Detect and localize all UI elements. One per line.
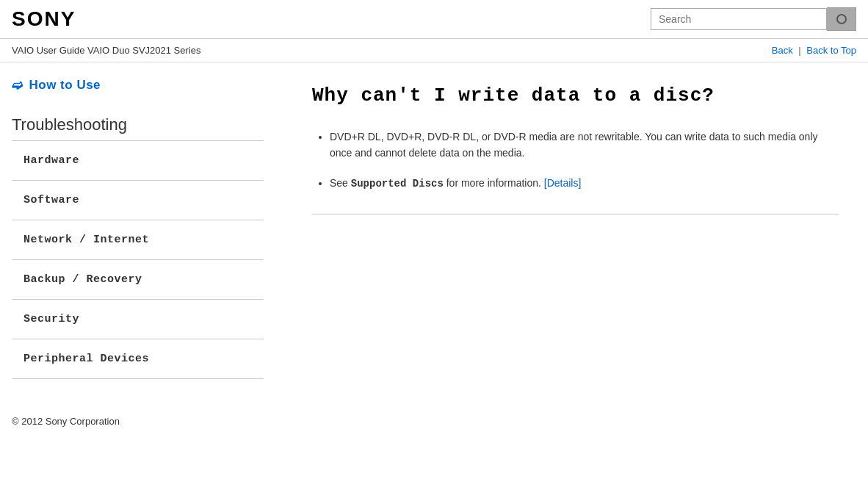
sidebar-item-peripheral-devices[interactable]: Peripheral Devices [12, 339, 264, 379]
bullet2-bold: Supported Discs [351, 178, 444, 190]
page-title: Why can't I write data to a disc? [312, 84, 839, 107]
search-button[interactable] [827, 7, 856, 31]
breadcrumb: VAIO User Guide VAIO Duo SVJ2021 Series [12, 45, 200, 56]
sidebar: ➫ How to Use Troubleshooting Hardware So… [0, 62, 275, 394]
sidebar-item-network-internet[interactable]: Network / Internet [12, 220, 264, 260]
search-input[interactable] [651, 8, 827, 30]
search-area [651, 7, 856, 31]
troubleshooting-heading: Troubleshooting [12, 115, 264, 134]
bullet2-text-after: for more information. [444, 177, 544, 189]
details-link[interactable]: [Details] [544, 177, 582, 189]
search-icon [836, 14, 847, 24]
breadcrumb-bar: VAIO User Guide VAIO Duo SVJ2021 Series … [0, 39, 868, 62]
sidebar-item-backup-recovery[interactable]: Backup / Recovery [12, 260, 264, 300]
back-link[interactable]: Back [772, 45, 793, 56]
content-area: Why can't I write data to a disc? DVD+R … [275, 62, 868, 394]
sony-logo: SONY [12, 7, 76, 31]
sidebar-item-security[interactable]: Security [12, 300, 264, 339]
arrow-icon: ➫ [12, 77, 23, 93]
how-to-use-link[interactable]: ➫ How to Use [12, 77, 264, 93]
bullet2-text-before: See [330, 177, 351, 189]
nav-separator: | [798, 45, 800, 56]
sidebar-item-software[interactable]: Software [12, 181, 264, 220]
how-to-use-label: How to Use [29, 78, 101, 93]
copyright-text: © 2012 Sony Corporation [12, 416, 120, 427]
main-container: ➫ How to Use Troubleshooting Hardware So… [0, 62, 868, 394]
list-item: DVD+R DL, DVD+R, DVD-R DL, or DVD-R medi… [330, 129, 839, 162]
content-divider [312, 214, 839, 215]
footer: © 2012 Sony Corporation [0, 394, 868, 439]
nav-links: Back | Back to Top [772, 45, 856, 56]
header: SONY [0, 0, 868, 39]
list-item: See Supported Discs for more information… [330, 175, 839, 192]
content-list: DVD+R DL, DVD+R, DVD-R DL, or DVD-R medi… [312, 129, 839, 192]
sidebar-item-hardware[interactable]: Hardware [12, 141, 264, 181]
bullet1-text: DVD+R DL, DVD+R, DVD-R DL, or DVD-R medi… [330, 131, 818, 159]
back-to-top-link[interactable]: Back to Top [806, 45, 856, 56]
